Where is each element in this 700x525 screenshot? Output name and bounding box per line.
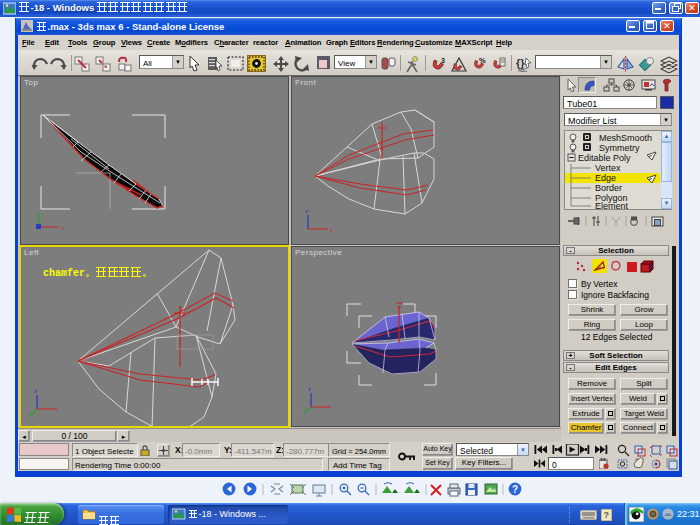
svg-text:y: y [35, 213, 38, 219]
svg-text:z: z [305, 208, 308, 214]
svg-text:x: x [330, 227, 333, 233]
svg-text:x: x [61, 225, 64, 231]
svg-text:?: ? [604, 510, 610, 520]
svg-text:z: z [34, 388, 37, 394]
svg-text:MeshSmooth: MeshSmooth [599, 133, 652, 143]
svg-text:3: 3 [441, 57, 445, 64]
svg-text:Editable Poly: Editable Poly [578, 153, 631, 163]
svg-text:z: z [308, 386, 311, 392]
svg-text:Edge: Edge [595, 173, 616, 183]
svg-text:ABC: ABC [518, 68, 528, 73]
svg-text:Vertex: Vertex [595, 163, 621, 173]
svg-text:%: % [479, 56, 486, 65]
svg-text:Symmetry: Symmetry [599, 143, 640, 153]
svg-text:Border: Border [595, 183, 622, 193]
svg-text:Element: Element [595, 201, 629, 209]
svg-text:?: ? [512, 484, 518, 495]
